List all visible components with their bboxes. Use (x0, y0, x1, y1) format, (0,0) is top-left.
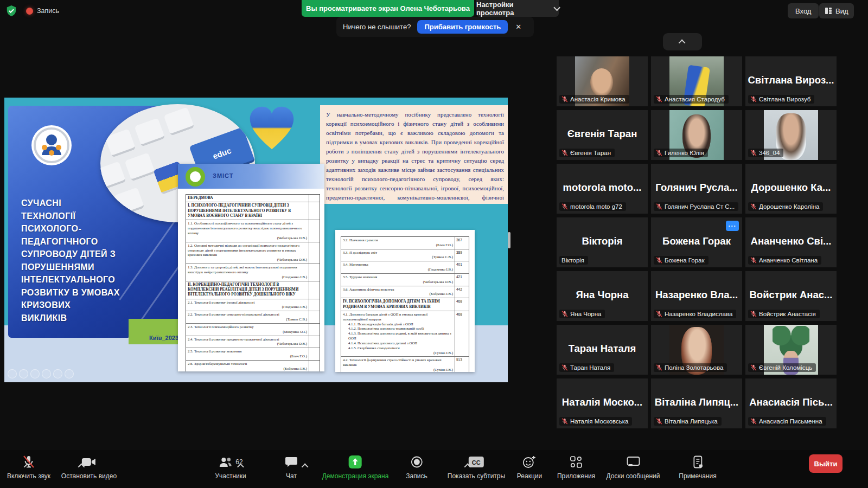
toc-row: 3.5. Трудове навчання(Чеботарьова О.В.)4… (341, 274, 469, 286)
ukraine-heart-icon (247, 105, 297, 151)
participant-tile[interactable]: Анастасія Кримова (557, 56, 648, 106)
muted-mic-icon (561, 418, 568, 425)
toolbar-label: Доски сообщений (606, 472, 660, 480)
signin-label: Вход (795, 7, 811, 15)
keyboard-key (135, 118, 165, 146)
slide-control-icon[interactable] (42, 369, 51, 378)
participant-label-text: Віталіна Липяцька (665, 418, 718, 425)
notes-icon (692, 454, 703, 470)
toc-row-text: 4.1. Допомога батькам дітей з ООП в умов… (341, 311, 455, 356)
slide-control-icon[interactable] (19, 369, 28, 378)
participant-tile[interactable]: Анастасия Стародуб (651, 56, 742, 106)
participant-label: motorola moto g72 (559, 202, 626, 211)
toolbar-camera-button[interactable]: Остановить видео (61, 454, 117, 480)
more-options-button[interactable]: ··· (726, 221, 739, 231)
toc-subrow: 4.1.5. Скарбничка самодопомоги (343, 346, 453, 351)
scrollbar-handle[interactable] (508, 232, 510, 248)
toc-page-number: 468 (455, 298, 469, 311)
toc-row: 1.2. Основні методичні підходи до органі… (186, 242, 320, 264)
participant-label: Дорошенко Кароліна (748, 202, 823, 211)
gallery-collapse-button[interactable] (663, 33, 702, 50)
participant-tile[interactable]: Голянич Русла...Голянич Руслана Ст С... (651, 164, 742, 214)
toolbar-label: Показать субтитры (448, 472, 505, 480)
participant-tile[interactable]: Анасиасія Пісь...Анасиасія Письменна (745, 378, 837, 428)
participant-tile[interactable]: ВікторіяВікторія (557, 217, 648, 267)
participant-label: Войстрик Анастасія (748, 310, 820, 318)
participant-tile[interactable]: Ананченко Сві...Ананченко Світлана (745, 217, 837, 267)
toc-row: 1.1. Особливості психофізичного та психо… (186, 220, 320, 242)
grid-view-icon (825, 7, 832, 15)
participant-display-name: motorola moto... (557, 182, 648, 194)
toc-page-number (309, 311, 320, 323)
participant-tile[interactable]: Віталіна Липяц...Віталіна Липяцька (651, 378, 742, 428)
participant-tile[interactable]: Таран НаталяТаран Наталя (557, 325, 648, 375)
toolbar-apps-button[interactable]: Приложения (557, 454, 595, 480)
participant-display-name: Голянич Русла... (651, 182, 742, 194)
toc-row: 3.3. Я досліджую світ(Трикоз С.В.)389 (341, 249, 469, 262)
participant-tile[interactable]: Дорошенко Ка...Дорошенко Кароліна (745, 164, 837, 214)
toc-row-text: 2.3. Технології психоемоційного розвитку… (186, 324, 309, 336)
chevron-up-icon[interactable] (302, 464, 309, 471)
leave-button[interactable]: Выйти (809, 454, 843, 473)
participant-tile[interactable]: Войстрик Анас...Войстрик Анастасія (745, 271, 837, 321)
participant-label-text: motorola moto g72 (570, 203, 622, 210)
toc-row-text: 3.4. Математика(Гладченко І.В.) (341, 261, 455, 273)
slide-control-icon[interactable] (8, 369, 17, 378)
toolbar-cc-button[interactable]: CCПоказать субтитры (448, 454, 505, 480)
participant-tile[interactable]: Наталія Моско...Наталія Московська (557, 378, 648, 428)
toc-row-text: 2.6. Здоров'язбережувальні технології(Бо… (186, 361, 309, 371)
participant-tile[interactable]: Назаренко Вла...Назаренко Владислава (651, 271, 742, 321)
toolbar-participants-button[interactable]: 62Участники (215, 454, 246, 480)
slide-control-icon[interactable] (30, 369, 40, 378)
cover-title: СУЧАСНІТЕХНОЛОГІЇПСИХОЛОГО-ПЕДАГОГІЧНОГО… (21, 197, 120, 324)
participant-tile[interactable]: Євгенія ТаранЄвгенія Таран (557, 110, 648, 160)
participant-label: Наталія Московська (559, 417, 632, 426)
toolbar-record-button[interactable]: Запись (406, 454, 427, 480)
participant-label-text: Анастасия Стародуб (665, 96, 725, 102)
participant-label-text: Вікторія (561, 257, 584, 264)
toc-author: (Трикоз С.В.) (188, 317, 307, 322)
cover-title-line: ТЕХНОЛОГІЇ (21, 210, 120, 223)
shared-screen: СУЧАСНІТЕХНОЛОГІЇПСИХОЛОГО-ПЕДАГОГІЧНОГО… (4, 98, 508, 382)
cover-title-line: ПОРУШЕННЯМИ (21, 261, 120, 274)
toolbar-whiteboard-button[interactable]: Доски сообщений (606, 454, 660, 480)
cover-title-line: СУЧАСНІ (21, 197, 120, 210)
participant-tile[interactable]: motorola moto...motorola moto g72 (557, 164, 648, 214)
view-mode-button[interactable]: Вид (819, 3, 854, 18)
participant-label-text: Божена Горак (665, 257, 705, 264)
participant-label-text: Світлана Вирозуб (759, 96, 810, 102)
increase-volume-button[interactable]: Прибавить громкость (417, 20, 508, 34)
view-settings-button[interactable]: Настройки просмотра (476, 0, 559, 17)
toolbar-notes-button[interactable]: Примечания (679, 454, 716, 480)
signin-button[interactable]: Вход (788, 3, 819, 18)
participant-label: Віталіна Липяцька (654, 417, 722, 426)
toc-row-text: 3.5. Трудове навчання(Чеботарьова О.В.) (341, 274, 455, 286)
svg-text:CC: CC (472, 459, 481, 466)
toolbar-label: Включить звук (7, 472, 50, 480)
close-icon[interactable]: ✕ (515, 23, 521, 31)
security-shield-icon[interactable] (5, 5, 17, 17)
participant-tile[interactable]: Гиленко Юлія (651, 110, 742, 160)
muted-mic-icon (656, 96, 662, 102)
toolbar-chat-button[interactable]: Чат (285, 454, 298, 480)
toolbar-reactions-button[interactable]: Реакции (517, 454, 542, 480)
participant-display-name: Дорошенко Ка... (745, 182, 837, 194)
toc-author: (Гладченко І.В.) (343, 267, 453, 272)
participant-label: Таран Наталя (559, 363, 614, 372)
participant-tile[interactable]: Світлана Вироз...Світлана Вирозуб (745, 56, 837, 106)
toc-page-number: 389 (455, 249, 469, 261)
toc-row: І. ПСИХОЛОГО-ПЕДАГОГІЧНИЙ СУПРОВІД ДІТЕЙ… (186, 202, 320, 220)
slide-control-icon[interactable] (53, 369, 62, 378)
participant-tile[interactable]: Поліна Золотарьова (651, 325, 742, 375)
view-label: Вид (835, 7, 848, 15)
participant-tile[interactable]: Євгеній Коломієць (745, 325, 837, 375)
cover-title-line: РОЗВИТКУ В УМОВАХ (21, 286, 120, 299)
participant-tile[interactable]: 346_04 (745, 110, 837, 160)
toc-row: 2.4. Технології розвитку предметно-практ… (186, 336, 320, 349)
participant-tile[interactable]: Божена Горак···Божена Горак (651, 217, 742, 267)
toolbar-share-screen-button[interactable]: Демонстрация экрана (322, 454, 389, 480)
slide-control-icon[interactable] (65, 369, 74, 378)
participant-tile[interactable]: Яна ЧорнаЯна Чорна (557, 271, 648, 321)
toolbar-mic-muted-button[interactable]: Включить звук (7, 454, 50, 480)
slide-controls[interactable] (8, 369, 74, 378)
